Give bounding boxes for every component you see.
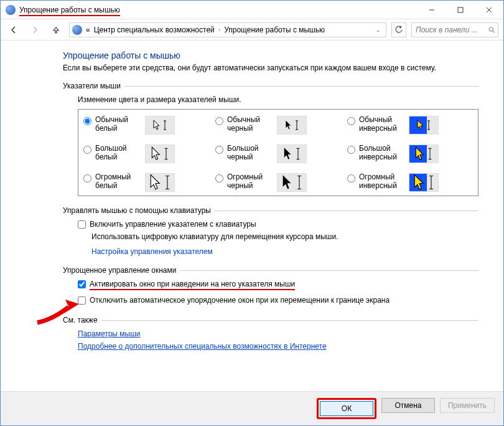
group-window-management: Упрощенное управление окнами bbox=[63, 266, 176, 275]
pointer-option-normal-white[interactable]: Обычный белый bbox=[83, 116, 209, 135]
pointer-option-xl-white[interactable]: Огромный белый bbox=[83, 173, 209, 192]
search-box[interactable] bbox=[411, 22, 498, 37]
pointer-option-xl-inverse[interactable]: Огромный инверсный bbox=[347, 173, 473, 192]
cursor-preview bbox=[277, 173, 307, 192]
pointer-options-box: Обычный белый Обычный черный bbox=[78, 109, 478, 196]
address-bar[interactable]: « Центр специальных возможностей › Упрощ… bbox=[69, 22, 386, 37]
cursor-preview bbox=[145, 173, 175, 192]
pointer-option-large-inverse[interactable]: Большой инверсный bbox=[347, 144, 473, 163]
search-input[interactable] bbox=[414, 25, 486, 35]
search-icon bbox=[488, 26, 495, 34]
cursor-preview bbox=[145, 116, 175, 135]
address-icon bbox=[72, 25, 82, 35]
pointer-option-normal-inverse[interactable]: Обычный инверсный bbox=[347, 116, 473, 135]
ok-button[interactable]: ОК bbox=[320, 401, 373, 416]
group-pointers: Указатели мыши bbox=[63, 82, 121, 90]
cancel-button[interactable]: Отмена bbox=[381, 398, 435, 413]
more-accessibility-link[interactable]: Подробнее о дополнительных специальных в… bbox=[78, 342, 327, 351]
pointer-option-large-black[interactable]: Большой черный bbox=[215, 144, 341, 163]
breadcrumb[interactable]: « bbox=[86, 26, 90, 34]
cursor-preview bbox=[277, 144, 307, 163]
page-title: Упрощение работы с мышью bbox=[63, 50, 478, 60]
chevron-down-icon[interactable]: ⌄ bbox=[373, 27, 383, 33]
window-frame: Упрощение работы с мышью « Цент bbox=[0, 0, 504, 426]
pointer-option-xl-black[interactable]: Огромный черный bbox=[215, 173, 341, 192]
cursor-preview bbox=[145, 144, 175, 163]
ok-highlight: ОК bbox=[317, 398, 376, 419]
cursor-preview bbox=[277, 116, 307, 135]
mouse-params-link[interactable]: Параметры мыши bbox=[78, 329, 141, 338]
page-description: Если вы выберете эти средства, они будут… bbox=[63, 63, 478, 73]
app-icon bbox=[6, 5, 16, 15]
cursor-preview bbox=[409, 144, 439, 163]
svg-rect-1 bbox=[458, 7, 463, 12]
disable-snap-checkbox[interactable]: Отключить автоматическое упорядочение ок… bbox=[78, 296, 478, 305]
svg-point-4 bbox=[490, 27, 493, 31]
maximize-button[interactable] bbox=[446, 1, 475, 19]
apply-button: Применить bbox=[440, 398, 495, 413]
refresh-button[interactable] bbox=[391, 22, 406, 37]
content-area: Упрощение работы с мышью Если вы выберет… bbox=[1, 40, 503, 391]
titlebar: Упрощение работы с мышью bbox=[1, 1, 503, 19]
up-button[interactable] bbox=[48, 22, 64, 38]
group-keyboard: Управлять мышью с помощью клавиатуры bbox=[63, 206, 211, 215]
forward-button[interactable] bbox=[27, 22, 43, 38]
pointer-option-large-white[interactable]: Большой белый bbox=[83, 144, 209, 163]
breadcrumb[interactable]: Центр специальных возможностей bbox=[94, 26, 215, 34]
svg-line-5 bbox=[493, 31, 495, 32]
mouse-keys-checkbox[interactable]: Включить управление указателем с клавиат… bbox=[78, 220, 478, 229]
pointer-option-normal-black[interactable]: Обычный черный bbox=[215, 116, 341, 135]
pointers-desc: Изменение цвета и размера указателей мыш… bbox=[78, 95, 478, 104]
group-see-also: См. также bbox=[63, 316, 98, 324]
close-button[interactable] bbox=[475, 1, 503, 19]
activate-on-hover-checkbox[interactable]: Активировать окно при наведении на него … bbox=[78, 280, 478, 288]
mouse-keys-settings-link[interactable]: Настройка управления указателем bbox=[91, 247, 213, 256]
chevron-right-icon: › bbox=[218, 26, 220, 33]
navbar: « Центр специальных возможностей › Упрощ… bbox=[1, 19, 503, 40]
mouse-keys-desc: Использовать цифровую клавиатуру для пер… bbox=[91, 232, 478, 241]
window-title: Упрощение работы с мышью bbox=[19, 6, 120, 14]
footer-buttons: ОК Отмена Применить bbox=[1, 391, 503, 425]
cursor-preview bbox=[409, 116, 439, 135]
breadcrumb[interactable]: Упрощение работы с мышью bbox=[224, 26, 325, 34]
minimize-button[interactable] bbox=[418, 1, 446, 19]
back-button[interactable] bbox=[6, 22, 22, 38]
cursor-preview bbox=[409, 173, 439, 192]
